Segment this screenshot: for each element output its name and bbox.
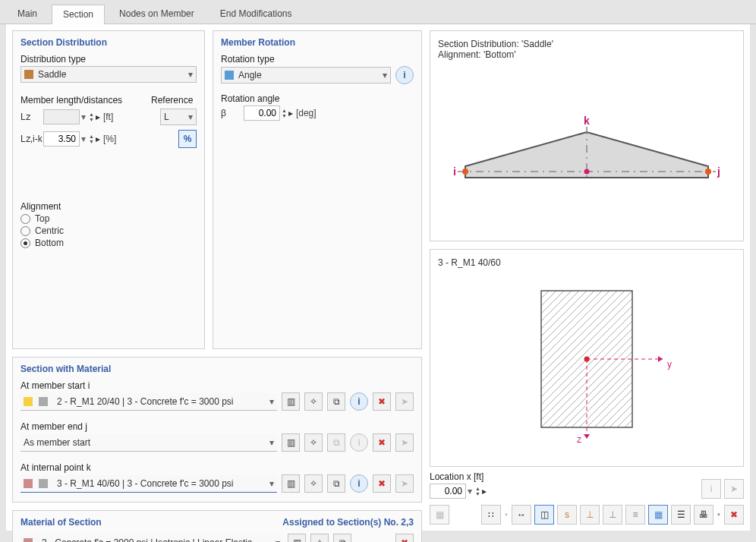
panel-title: Section Distribution bbox=[20, 37, 197, 48]
preview-toolbar: ▦ ∷ ▼ ↔ ◫ s ⊥ ⊥ ≡ ▦ ☰ 🖶 ▼ ✖ bbox=[430, 505, 744, 525]
lzik-stepper[interactable]: ▲▼ bbox=[89, 134, 94, 144]
grid-icon[interactable]: ▦ bbox=[648, 505, 668, 525]
material-icon bbox=[39, 397, 48, 406]
tab-nodes-on-member[interactable]: Nodes on Member bbox=[108, 4, 206, 24]
saddle-icon bbox=[24, 70, 33, 79]
tab-end-modifications[interactable]: End Modifications bbox=[209, 4, 304, 24]
panel-material-of-section: Material of Section Assigned to Section(… bbox=[12, 510, 422, 542]
angle-icon bbox=[225, 71, 234, 80]
lz-reference-select[interactable]: L ▾ bbox=[160, 109, 197, 125]
start-select[interactable]: 2 - R_M1 20/40 | 3 - Concrete f'c = 3000… bbox=[20, 393, 277, 411]
new-copy-icon[interactable]: ⧉ bbox=[327, 392, 345, 411]
new-icon[interactable]: ✧ bbox=[304, 433, 323, 452]
print-icon[interactable]: 🖶 bbox=[694, 505, 713, 525]
node-k bbox=[584, 169, 590, 175]
content-area: Section Distribution Distribution type S… bbox=[6, 24, 750, 531]
k-label: k bbox=[584, 115, 590, 127]
reset-view-icon[interactable]: ✖ bbox=[724, 505, 744, 525]
radio-top[interactable]: Top bbox=[20, 213, 197, 224]
beta-input[interactable] bbox=[244, 106, 280, 121]
info-icon[interactable]: i bbox=[350, 474, 368, 493]
assigned-to-label: Assigned to Section(s) No. 2,3 bbox=[282, 517, 414, 528]
reference-label: Reference bbox=[151, 95, 197, 106]
pick-icon[interactable]: ➤ bbox=[395, 392, 414, 411]
table-icon: ▦ bbox=[430, 505, 449, 525]
k-label: At internal point k bbox=[20, 462, 414, 473]
section-name: 3 - R_M1 40/60 bbox=[438, 257, 736, 268]
new-icon[interactable]: ✧ bbox=[310, 534, 329, 542]
library-icon[interactable]: ▥ bbox=[282, 433, 300, 452]
tab-section[interactable]: Section bbox=[52, 5, 105, 24]
delete-icon[interactable]: ✖ bbox=[395, 534, 414, 542]
chevron-down-icon[interactable]: ▾ bbox=[81, 112, 86, 122]
library-icon[interactable]: ▥ bbox=[282, 392, 300, 411]
panel-member-rotation: Member Rotation Rotation type Angle ▾ i … bbox=[213, 30, 422, 349]
library-icon[interactable]: ▥ bbox=[282, 474, 300, 493]
pick-icon[interactable]: ▸ bbox=[482, 486, 487, 496]
lzik-input[interactable] bbox=[43, 131, 80, 147]
dimension-icon[interactable]: ↔ bbox=[512, 505, 531, 525]
info-icon[interactable]: i bbox=[395, 66, 414, 84]
pick-icon[interactable]: ▸ bbox=[96, 112, 100, 122]
pick-icon[interactable]: ▸ bbox=[96, 134, 100, 144]
lzik-symbol: Lᴢ,i-k bbox=[20, 134, 43, 144]
new-icon[interactable]: ✧ bbox=[304, 392, 323, 411]
start-row: 2 - R_M1 20/40 | 3 - Concrete f'c = 3000… bbox=[20, 392, 414, 411]
pick-icon[interactable]: ▸ bbox=[288, 108, 293, 118]
chevron-down-icon: ▾ bbox=[269, 396, 274, 407]
member-length-label: Member length/distances bbox=[20, 95, 128, 106]
delete-icon[interactable]: ✖ bbox=[373, 433, 391, 452]
new-icon[interactable]: ✧ bbox=[304, 474, 323, 493]
k-select[interactable]: 3 - R_M1 40/60 | 3 - Concrete f'c = 3000… bbox=[20, 475, 277, 493]
beta-stepper[interactable]: ▲▼ bbox=[282, 108, 287, 118]
location-input[interactable] bbox=[430, 484, 466, 499]
lz-unit: [ft] bbox=[103, 112, 113, 122]
chevron-down-icon: ▾ bbox=[383, 70, 387, 80]
shear-center-icon[interactable]: s bbox=[557, 505, 577, 525]
radio-icon bbox=[20, 238, 30, 248]
beta-row: β ▲▼ ▸ [deg] bbox=[221, 106, 414, 121]
lzik-reference-percent-button[interactable]: % bbox=[178, 130, 197, 148]
chevron-down-icon[interactable]: ▾ bbox=[81, 134, 86, 144]
delete-icon[interactable]: ✖ bbox=[373, 392, 391, 411]
rotation-type-label: Rotation type bbox=[221, 54, 414, 65]
points-icon[interactable]: ∷ bbox=[481, 505, 501, 525]
distribution-type-label: Distribution type bbox=[20, 54, 197, 65]
member-axes-icon[interactable]: ⊥ bbox=[603, 505, 622, 525]
principal-axes-icon[interactable]: ⊥ bbox=[580, 505, 600, 525]
rotation-angle-label: Rotation angle bbox=[221, 93, 414, 104]
location-label: Location x [ft] bbox=[430, 471, 487, 482]
section-icon bbox=[24, 397, 33, 406]
pick-icon[interactable]: ➤ bbox=[395, 474, 414, 493]
radio-bottom[interactable]: Bottom bbox=[20, 238, 197, 248]
distribution-type-select[interactable]: Saddle ▾ bbox=[20, 66, 197, 83]
tab-main[interactable]: Main bbox=[6, 4, 49, 24]
start-value: 2 - R_M1 20/40 | 3 - Concrete f'c = 3000… bbox=[57, 396, 269, 407]
chevron-down-icon: ▾ bbox=[269, 437, 274, 448]
axes-icon[interactable]: ◫ bbox=[534, 505, 554, 525]
beta-symbol: β bbox=[221, 108, 244, 118]
new-copy-icon[interactable]: ⧉ bbox=[327, 474, 345, 493]
end-select[interactable]: As member start ▾ bbox=[20, 434, 277, 452]
lz-stepper[interactable]: ▲▼ bbox=[89, 112, 94, 122]
chevron-down-icon: ▾ bbox=[188, 112, 193, 122]
chevron-down-icon[interactable]: ▾ bbox=[468, 486, 472, 496]
j-label: j bbox=[717, 165, 720, 178]
panel-title: Section with Material bbox=[20, 364, 414, 374]
location-stepper[interactable]: ▲▼ bbox=[475, 486, 480, 496]
info-icon[interactable]: i bbox=[350, 392, 368, 411]
values-icon[interactable]: ☰ bbox=[671, 505, 691, 525]
beta-unit: [deg] bbox=[296, 108, 317, 118]
material-select[interactable]: 3 - Concrete f'c = 3000 psi | Isotropic … bbox=[20, 534, 283, 543]
delete-icon[interactable]: ✖ bbox=[373, 474, 391, 493]
lz-row: Lᴢ ▾ ▲▼ ▸ [ft] L ▾ bbox=[20, 109, 197, 125]
stress-icon[interactable]: ≡ bbox=[625, 505, 645, 525]
section-icon bbox=[24, 479, 33, 488]
lz-input bbox=[43, 109, 80, 124]
radio-centric[interactable]: Centric bbox=[20, 225, 197, 236]
rotation-type-select[interactable]: Angle ▾ bbox=[221, 67, 391, 84]
library-icon[interactable]: ▥ bbox=[288, 534, 306, 542]
alignment-label: Alignment bbox=[20, 201, 197, 212]
material-value: 3 - Concrete f'c = 3000 psi | Isotropic … bbox=[42, 537, 276, 543]
new-copy-icon[interactable]: ⧉ bbox=[333, 534, 351, 542]
